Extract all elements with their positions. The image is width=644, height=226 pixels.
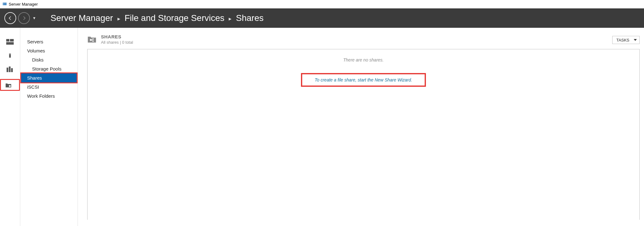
chevron-right-icon: ▸ [229, 15, 231, 22]
chevron-right-icon: ▸ [117, 15, 120, 22]
rail-all-servers-icon[interactable] [3, 65, 17, 74]
svg-rect-5 [10, 39, 14, 42]
shares-content-pane: There are no shares. To create a file sh… [87, 49, 640, 220]
svg-rect-6 [6, 42, 14, 45]
sidebar-item-volumes[interactable]: Volumes [20, 46, 78, 55]
sidebar-nav: Servers Volumes Disks Storage Pools Shar… [20, 28, 78, 226]
breadcrumb: Server Manager ▸ File and Storage Servic… [50, 13, 264, 23]
sidebar-item-disks[interactable]: Disks [20, 55, 78, 64]
breadcrumb-section[interactable]: File and Storage Services [125, 13, 225, 23]
nav-history-dropdown[interactable]: ▼ [32, 16, 36, 20]
sidebar-item-iscsi[interactable]: iSCSI [20, 82, 78, 91]
shares-folder-icon [87, 35, 97, 43]
rail-local-server-icon[interactable] [3, 51, 17, 60]
svg-rect-11 [11, 68, 13, 72]
svg-rect-13 [9, 85, 11, 87]
svg-rect-3 [3, 4, 4, 5]
empty-shares-message: There are no shares. [88, 57, 639, 62]
svg-rect-4 [6, 39, 9, 42]
chevron-right-icon [13, 83, 15, 86]
tasks-label: TASKS [616, 38, 629, 42]
sidebar-item-servers[interactable]: Servers [20, 37, 78, 46]
window-title: Server Manager [9, 2, 38, 7]
sidebar-item-shares[interactable]: Shares [20, 72, 78, 83]
breadcrumb-root[interactable]: Server Manager [50, 13, 113, 23]
rail-dashboard-icon[interactable] [3, 37, 17, 47]
rail-file-storage-icon[interactable] [0, 79, 20, 91]
section-subtitle: All shares | 0 total [101, 40, 133, 45]
server-manager-app-icon [2, 2, 7, 6]
nav-forward-button[interactable] [18, 12, 30, 24]
sidebar-item-work-folders[interactable]: Work Folders [20, 91, 78, 101]
icon-rail [0, 28, 20, 226]
svg-rect-8 [10, 54, 11, 54]
svg-rect-10 [9, 66, 10, 72]
window-titlebar: Server Manager [0, 0, 644, 8]
svg-rect-9 [7, 68, 8, 72]
section-header: SHARES All shares | 0 total [87, 34, 640, 45]
sidebar-item-storage-pools[interactable]: Storage Pools [20, 64, 78, 73]
tasks-dropdown-button[interactable]: TASKS [612, 36, 640, 44]
svg-rect-2 [3, 3, 4, 3]
main-content: SHARES All shares | 0 total TASKS There … [78, 28, 644, 226]
new-share-wizard-hint: To create a file share, start the New Sh… [301, 73, 426, 87]
section-title: SHARES [101, 34, 133, 39]
new-share-wizard-link[interactable]: To create a file share, start the New Sh… [315, 77, 412, 82]
nav-back-button[interactable] [4, 12, 16, 24]
breadcrumb-page: Shares [236, 13, 264, 23]
header-bar: ▼ Server Manager ▸ File and Storage Serv… [0, 8, 644, 28]
chevron-down-icon [634, 39, 637, 41]
